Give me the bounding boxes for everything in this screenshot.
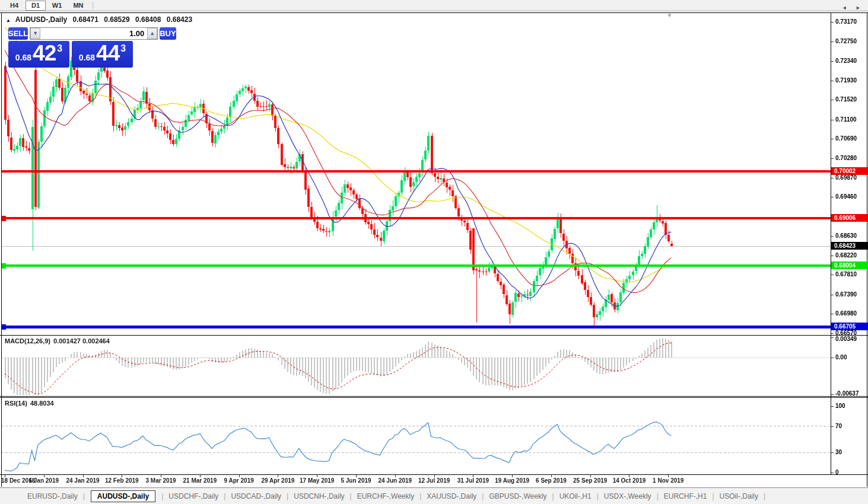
rsi-value: 48.8034 [30,400,54,407]
price-axis-label: 0.72750 [835,38,867,45]
sell-price-button[interactable]: 0.68 42 3 [8,41,69,68]
ohlc-high: 0.68529 [104,15,129,24]
volume-stepper: ▼ ▲ [30,27,158,40]
date-axis-label: 29 Apr 2019 [262,477,295,484]
volume-increase-icon[interactable]: ▲ [147,28,157,39]
tab-usdcnh-daily[interactable]: USDCNH-,Daily [291,490,346,502]
price-axis-label: 0.72340 [835,58,867,65]
date-axis-label: 12 Jul 2019 [418,477,450,484]
buy-price-button[interactable]: 0.68 44 3 [72,41,133,68]
rsi-indicator-label: RSI(14)48.8034 [5,400,54,407]
date-axis-label: 12 Feb 2019 [105,477,139,484]
tab-usoil-daily[interactable]: USOil-,Daily [717,490,761,502]
tab-separator: | [482,492,484,500]
tab-separator: | [350,492,352,500]
macd-axis-label: -0.00637 [835,390,867,397]
macd-name: MACD(12,26,9) [5,337,50,344]
trading-terminal: H4D1W1MN ▲ AUDUSD-,Daily 0.68471 0.68529… [0,0,868,504]
rsi-axis-label: 30 [835,449,867,456]
buy-button[interactable]: BUY [160,27,176,40]
date-axis-label: 6 Sep 2019 [536,477,567,484]
date-axis-label: 25 Sep 2019 [573,477,607,484]
chart-title: ▲ AUDUSD-,Daily 0.68471 0.68529 0.68408 … [6,15,192,24]
date-axis-label: 24 Jan 2019 [66,477,99,484]
price-axis-label: 0.70690 [835,135,867,142]
tab-separator: | [657,492,659,500]
sell-price-pipette: 3 [57,44,62,53]
ohlc-close: 0.68423 [167,15,192,24]
date-axis-label: 24 Jun 2019 [378,477,412,484]
chart-shift-marker-icon[interactable]: ▼ [667,12,672,18]
volume-input[interactable] [40,28,147,39]
price-level-tag: 0.70002 [831,167,868,175]
tab-ukoil-h1[interactable]: UKOil-,H1 [557,490,594,502]
tab-eurusd-daily[interactable]: EURUSD-,Daily [25,490,80,502]
date-axis-label: 6 Jan 2019 [28,477,59,484]
price-axis-label: 0.68220 [835,252,867,259]
timeframe-toolbar: H4D1W1MN [0,0,868,11]
macd-values: 0.001427 0.002464 [53,337,110,344]
tab-gbpusd-weekly[interactable]: GBPUSD-,Weekly [487,490,549,502]
tab-scroll-left-icon[interactable]: ◄ [842,5,847,11]
date-axis-label: 17 May 2019 [300,477,334,484]
price-axis-label: 0.71930 [835,77,867,84]
date-axis-label: 9 Apr 2019 [224,477,254,484]
tab-separator: | [764,492,765,500]
price-axis-label: 0.69460 [835,193,867,200]
timeframe-mn[interactable]: MN [68,1,88,11]
date-axis-label: 19 Aug 2019 [495,477,529,484]
date-axis-label: 21 Mar 2019 [183,477,217,484]
date-axis-label: 14 Oct 2019 [613,477,646,484]
one-click-trade-panel: SELL ▼ ▲ BUY 0.68 42 3 0.68 44 3 [8,27,133,68]
price-level-tag: 0.69006 [831,214,868,222]
tab-xauusd-daily[interactable]: XAUUSD-,Daily [424,490,479,502]
tab-separator: | [287,492,288,500]
tab-eurchf-weekly[interactable]: EURCHF-,Weekly [355,490,416,502]
tab-usdcad-daily[interactable]: USDCAD-,Daily [228,490,284,502]
buy-price-big: 44 [96,43,119,63]
volume-decrease-icon[interactable]: ▼ [30,28,40,39]
price-axis-label: 0.67390 [835,291,867,298]
chart-tab-bar: EURUSD-,Daily|AUDUSD-,Daily|USDCHF-,Dail… [0,487,868,504]
tab-scroll-right-icon[interactable]: ► [856,5,861,11]
tab-separator: | [224,492,225,500]
timeframe-d1[interactable]: D1 [26,1,46,11]
rsi-name: RSI(14) [5,400,27,407]
timeframe-h4[interactable]: H4 [4,1,24,11]
rsi-axis-label: 100 [835,403,867,410]
macd-axis-label: 0.00349 [835,336,867,343]
date-axis-label: 5 Jun 2019 [341,477,371,484]
date-axis-label: 31 Jul 2019 [457,477,489,484]
current-price-tag: 0.68423 [831,242,868,250]
price-axis-label: 0.71100 [835,116,867,123]
sell-button[interactable]: SELL [8,27,28,40]
price-axis-label: 0.73170 [835,18,867,25]
tab-audusd-daily[interactable]: AUDUSD-,Daily [91,490,155,502]
timeframe-w1[interactable]: W1 [47,1,67,11]
price-level-tag: 0.66705 [831,323,868,330]
sell-price-prefix: 0.68 [15,53,31,62]
tab-usdchf-daily[interactable]: USDCHF-,Daily [166,490,221,502]
tab-separator: | [597,492,599,500]
ohlc-low: 0.68408 [135,15,161,24]
price-axis-label: 0.68630 [835,232,867,240]
price-axis-label: 0.70280 [835,155,867,162]
buy-price-pipette: 3 [120,44,126,53]
tab-eurchf-h1[interactable]: EURCHF-,H1 [662,490,710,502]
rsi-axis-label: 70 [835,423,867,430]
tab-separator: | [712,492,714,500]
tab-separator: | [161,492,163,500]
chart-symbol-label: AUDUSD-,Daily [15,15,67,24]
buy-price-prefix: 0.68 [79,53,95,62]
tab-scroll-nav: ◄ ► [835,5,861,11]
toolbar-separator [93,2,93,9]
tab-usdx-weekly[interactable]: USDX-,Weekly [602,490,654,502]
price-axis-label: 0.69870 [835,174,867,181]
tab-separator: | [419,492,421,500]
tab-separator: | [83,492,85,500]
price-chart-canvas[interactable] [0,12,868,488]
collapse-panel-icon[interactable]: ▲ [6,18,11,23]
date-axis-label: 1 Nov 2019 [653,477,683,484]
date-axis-label: 3 Mar 2019 [146,477,176,484]
ohlc-open: 0.68471 [73,15,98,24]
